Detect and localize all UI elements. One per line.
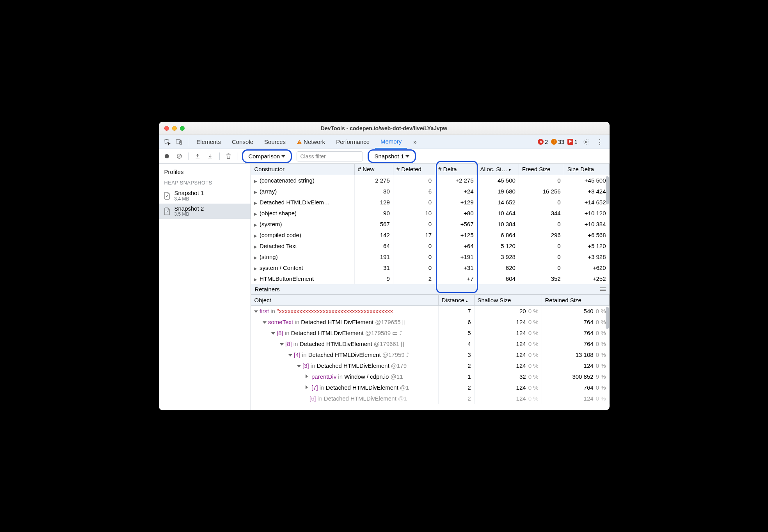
table-row[interactable]: Detached Text640+645 1200+5 120 bbox=[251, 240, 609, 251]
col-header[interactable]: Freed Size bbox=[519, 164, 564, 175]
separator bbox=[219, 153, 220, 160]
svg-rect-2 bbox=[180, 141, 181, 144]
tab-elements[interactable]: Elements bbox=[191, 135, 227, 149]
close-icon[interactable] bbox=[164, 126, 169, 131]
col-header[interactable]: Retained Size bbox=[542, 295, 609, 306]
separator bbox=[188, 153, 189, 160]
retainer-row[interactable]: [8] in Detached HTMLDivElement @179661 [… bbox=[251, 339, 609, 349]
svg-rect-4 bbox=[299, 143, 300, 143]
retainer-row[interactable]: [3] in Detached HTMLDivElement @17921240… bbox=[251, 360, 609, 371]
tabs-overflow[interactable]: » bbox=[408, 135, 422, 149]
retainers-grid: ObjectDistanceShallow SizeRetained Size … bbox=[251, 294, 610, 410]
scrollbar[interactable] bbox=[606, 176, 609, 204]
separator bbox=[188, 138, 188, 146]
col-header[interactable]: Shallow Size bbox=[474, 295, 542, 306]
main-content: Constructor# New# Deleted# DeltaAlloc. S… bbox=[251, 164, 610, 410]
col-header[interactable]: Distance bbox=[438, 295, 474, 306]
svg-point-6 bbox=[165, 154, 169, 158]
retainer-row[interactable]: someText in Detached HTMLDivElement @179… bbox=[251, 317, 609, 328]
table-row[interactable]: (concatenated string)2 2750+2 27545 5000… bbox=[251, 175, 609, 186]
devtools-window: DevTools - codepen.io/web-dot-dev/live/L… bbox=[159, 122, 610, 410]
col-header[interactable]: Size Delta bbox=[564, 164, 609, 175]
minimize-icon[interactable] bbox=[172, 126, 177, 131]
scrollbar[interactable] bbox=[606, 307, 609, 329]
chevron-down-icon bbox=[405, 155, 409, 158]
download-icon[interactable] bbox=[205, 151, 215, 161]
warnings-badge[interactable]: !33 bbox=[551, 139, 564, 145]
file-icon bbox=[164, 207, 171, 216]
retainer-row[interactable]: [4] in Detached HTMLDivElement @17959 ⤴3… bbox=[251, 349, 609, 360]
table-row[interactable]: HTMLButtonElement92+7604352+252 bbox=[251, 273, 609, 284]
tab-performance[interactable]: Performance bbox=[331, 135, 375, 149]
svg-point-5 bbox=[585, 141, 587, 143]
retainer-row[interactable]: [8] in Detached HTMLDivElement @179589 ▭… bbox=[251, 328, 609, 339]
col-header[interactable]: # Delta bbox=[435, 164, 477, 175]
table-row[interactable]: (system)5670+56710 3840+10 384 bbox=[251, 218, 609, 229]
record-icon[interactable] bbox=[162, 151, 172, 161]
col-header[interactable]: Constructor bbox=[251, 164, 354, 175]
file-icon bbox=[164, 192, 171, 200]
gc-icon[interactable] bbox=[224, 151, 234, 161]
more-icon[interactable]: ⋮ bbox=[595, 138, 605, 146]
retainer-row[interactable]: [7] in Detached HTMLDivElement @121240 %… bbox=[251, 382, 609, 393]
chevron-down-icon bbox=[281, 155, 285, 158]
table-row[interactable]: (compiled code)14217+1256 864296+6 568 bbox=[251, 229, 609, 240]
tab-sources[interactable]: Sources bbox=[259, 135, 291, 149]
separator bbox=[238, 153, 238, 160]
inspect-icon[interactable] bbox=[162, 137, 173, 147]
profiles-sidebar: Profiles HEAP SNAPSHOTS Snapshot 13.4 MB… bbox=[159, 164, 251, 410]
traffic-lights bbox=[159, 126, 185, 131]
table-row[interactable]: (string)1910+1913 9280+3 928 bbox=[251, 251, 609, 262]
device-icon[interactable] bbox=[174, 137, 185, 147]
settings-icon[interactable] bbox=[581, 137, 592, 147]
tab-console[interactable]: Console bbox=[226, 135, 259, 149]
clear-icon[interactable] bbox=[174, 151, 185, 161]
errors-badge[interactable]: ✕2 bbox=[538, 139, 548, 145]
panel-tabs: ElementsConsoleSourcesNetworkPerformance… bbox=[159, 135, 610, 149]
snapshot-item[interactable]: Snapshot 13.4 MB bbox=[159, 188, 251, 204]
retainer-row[interactable]: [6] in Detached HTMLDivElement @121240 %… bbox=[251, 393, 609, 404]
view-mode-select[interactable]: Comparison bbox=[245, 151, 290, 161]
col-header[interactable]: # Deleted bbox=[393, 164, 435, 175]
table-row[interactable]: Detached HTMLDivElem…1290+12914 6520+14 … bbox=[251, 197, 609, 207]
col-header[interactable]: Alloc. Si… bbox=[477, 164, 519, 175]
base-snapshot-select[interactable]: Snapshot 1 bbox=[370, 151, 413, 161]
col-header[interactable]: Object bbox=[251, 295, 438, 306]
col-header[interactable]: # New bbox=[354, 164, 393, 175]
svg-rect-3 bbox=[299, 141, 300, 142]
titlebar: DevTools - codepen.io/web-dot-dev/live/L… bbox=[159, 122, 610, 135]
retainers-heading: Retainers bbox=[251, 284, 610, 294]
retainer-row[interactable]: parentDiv in Window / cdpn.io @111320 %3… bbox=[251, 371, 609, 382]
comparison-grid: Constructor# New# Deleted# DeltaAlloc. S… bbox=[251, 164, 610, 284]
table-row[interactable]: (object shape)9010+8010 464344+10 120 bbox=[251, 207, 609, 218]
sidebar-section: HEAP SNAPSHOTS bbox=[159, 177, 251, 188]
tab-memory[interactable]: Memory bbox=[375, 135, 407, 149]
base-snapshot-highlight: Snapshot 1 bbox=[368, 149, 416, 163]
retainer-row[interactable]: first in "xxxxxxxxxxxxxxxxxxxxxxxxxxxxxx… bbox=[251, 306, 609, 317]
comparison-highlight: Comparison bbox=[242, 149, 292, 163]
zoom-icon[interactable] bbox=[180, 126, 185, 131]
window-title: DevTools - codepen.io/web-dot-dev/live/L… bbox=[159, 125, 610, 131]
table-row[interactable]: (array)306+2419 68016 256+3 424 bbox=[251, 186, 609, 197]
retainers-menu-icon[interactable] bbox=[600, 287, 606, 291]
memory-toolbar: Comparison Class filter Snapshot 1 bbox=[159, 149, 610, 164]
upload-icon[interactable] bbox=[193, 151, 203, 161]
tab-network[interactable]: Network bbox=[291, 135, 331, 149]
issues-badge[interactable]: ⚑1 bbox=[567, 139, 578, 145]
table-row[interactable]: system / Context310+316200+620 bbox=[251, 262, 609, 273]
sidebar-heading: Profiles bbox=[159, 166, 251, 177]
snapshot-item[interactable]: Snapshot 23.5 MB bbox=[159, 204, 251, 219]
class-filter-input[interactable]: Class filter bbox=[297, 151, 363, 161]
